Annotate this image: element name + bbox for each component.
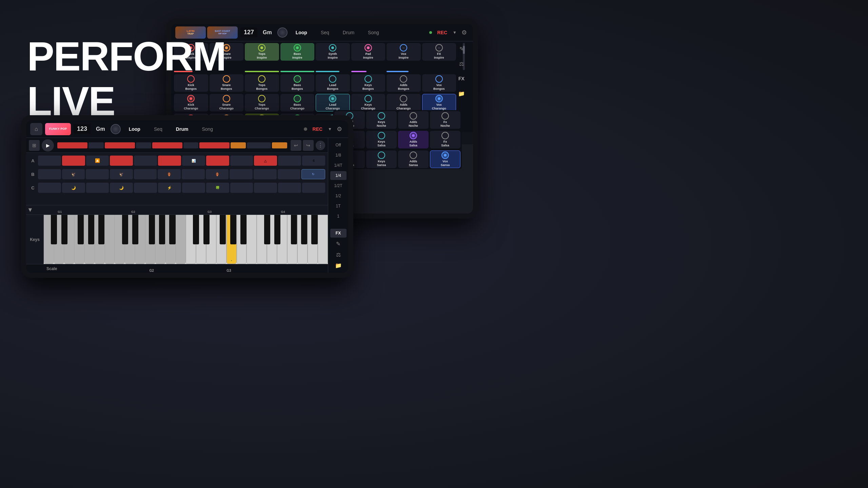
front-dropdown-chevron[interactable]: ▼ xyxy=(328,127,332,131)
q-1-2t[interactable]: 1/2T xyxy=(330,181,347,190)
redo-button[interactable]: ↪ xyxy=(303,140,314,151)
q-1t[interactable]: 1T xyxy=(330,202,347,210)
wk-5[interactable] xyxy=(84,215,95,264)
wk-13[interactable] xyxy=(165,215,176,264)
wk-23[interactable] xyxy=(267,215,277,264)
tempo-knob[interactable] xyxy=(277,27,288,38)
beat-b6[interactable]: 🏺 xyxy=(158,169,181,179)
keys-salsa[interactable]: KeysSalsa xyxy=(366,131,397,148)
wk-22[interactable] xyxy=(257,215,267,264)
mixer-side-icon[interactable]: ⚖ xyxy=(334,250,343,259)
beat-m1[interactable] xyxy=(57,142,87,148)
beat-m4[interactable] xyxy=(136,142,151,148)
q-1-4t[interactable]: 1/4T xyxy=(330,161,347,170)
wk-g3-highlight[interactable]: • xyxy=(226,215,237,264)
beat-c7[interactable] xyxy=(182,183,205,193)
fx-button[interactable]: FX xyxy=(330,229,347,238)
play-button[interactable]: ▶ xyxy=(42,139,54,151)
beat-m10[interactable] xyxy=(272,142,287,148)
synth-inspire-cell[interactable]: SynthInspire xyxy=(316,43,350,61)
beat-m9[interactable] xyxy=(247,142,271,148)
beat-a1[interactable] xyxy=(38,156,61,166)
bass-charango[interactable]: BassCharango xyxy=(280,94,315,111)
adds-salsa[interactable]: AddsSalsa xyxy=(398,131,429,148)
beat-a3[interactable]: 🔼 xyxy=(86,156,109,166)
tab-seq[interactable]: Seq xyxy=(315,28,335,37)
wk-14[interactable] xyxy=(176,215,186,264)
keys-bongos[interactable]: KeysBongos xyxy=(351,74,386,92)
beat-b8[interactable]: 🏺 xyxy=(206,169,229,179)
vox-sansa[interactable]: VoxSansa xyxy=(430,150,460,168)
folder-icon[interactable]: 📁 xyxy=(457,89,466,98)
wk-25[interactable] xyxy=(287,215,297,264)
front-tab-loop[interactable]: Loop xyxy=(123,125,146,133)
q-off[interactable]: Off xyxy=(330,141,347,149)
beat-b10[interactable] xyxy=(254,169,277,179)
beat-c9[interactable] xyxy=(230,183,253,193)
adds-sansa[interactable]: AddsSansa xyxy=(398,150,429,168)
wk-15[interactable] xyxy=(186,215,196,264)
beat-c3[interactable] xyxy=(86,183,109,193)
keys-sansa[interactable]: KeysSansa xyxy=(366,150,397,168)
beat-c6[interactable]: ⚡ xyxy=(158,183,181,193)
vox-inspire-cell[interactable]: ─ VoxInspire xyxy=(387,43,421,61)
bass-bongos[interactable]: BassBongos xyxy=(280,74,315,92)
wk-20[interactable] xyxy=(237,215,247,264)
vox-charango[interactable]: VoxCharango xyxy=(422,94,456,111)
lead-charango[interactable]: LeadCharango xyxy=(316,94,350,111)
grid-view-button[interactable]: ⊞ xyxy=(29,140,40,151)
adds-bongos[interactable]: AddsBongos xyxy=(387,74,421,92)
beat-a2[interactable] xyxy=(62,156,85,166)
beat-a9[interactable] xyxy=(230,156,253,166)
beat-a8[interactable] xyxy=(206,156,229,166)
fx-salsa[interactable]: FxSalsa xyxy=(430,131,460,148)
wk-10[interactable] xyxy=(135,215,145,264)
folder-side-icon[interactable]: 📁 xyxy=(334,261,343,270)
wk-18[interactable] xyxy=(216,215,226,264)
wk-4[interactable] xyxy=(74,215,84,264)
pad-inspire-cell[interactable]: PadInspire xyxy=(351,43,386,61)
beat-c12[interactable] xyxy=(302,183,325,193)
wk-9[interactable] xyxy=(125,215,135,264)
wk-28[interactable] xyxy=(318,215,328,264)
front-tempo-knob[interactable] xyxy=(111,124,121,134)
edit-icon[interactable]: ✎ xyxy=(457,44,466,54)
gear-icon[interactable]: ⚙ xyxy=(459,28,469,37)
wk-24[interactable] xyxy=(277,215,287,264)
beat-b9[interactable] xyxy=(230,169,253,179)
wk-27[interactable] xyxy=(308,215,318,264)
q-1-2[interactable]: 1/2 xyxy=(330,191,347,200)
wk-8[interactable] xyxy=(115,215,125,264)
beat-b5[interactable] xyxy=(134,169,157,179)
tab-drum[interactable]: Drum xyxy=(337,28,360,37)
beat-b11[interactable] xyxy=(278,169,301,179)
beat-c10[interactable] xyxy=(254,183,277,193)
beat-b12-active[interactable]: ↻ xyxy=(301,169,325,179)
wk-17[interactable] xyxy=(206,215,216,264)
adds-charango[interactable]: AddsCharango xyxy=(387,94,421,111)
beat-a12[interactable]: 4 xyxy=(302,156,325,166)
beat-c5[interactable] xyxy=(134,183,157,193)
wk-6[interactable] xyxy=(95,215,105,264)
beat-a10[interactable]: △ xyxy=(254,156,277,166)
tops-charango[interactable]: TopsCharango xyxy=(245,94,279,111)
beat-a4[interactable] xyxy=(110,156,133,166)
mixer-icon[interactable]: ⚖ xyxy=(457,59,466,68)
vox-bongos[interactable]: VoxBongos xyxy=(422,74,456,92)
q-1[interactable]: 1 xyxy=(330,212,347,221)
beat-b2[interactable]: 🦅 xyxy=(62,169,85,179)
beat-b7[interactable] xyxy=(182,169,205,179)
beat-a11[interactable] xyxy=(278,156,301,166)
wk-7[interactable] xyxy=(105,215,115,264)
fx-noche[interactable]: FxNoche xyxy=(430,111,460,129)
wk-16[interactable] xyxy=(196,215,206,264)
octave-control[interactable]: ▼ xyxy=(26,206,34,214)
wk-3[interactable] xyxy=(64,215,74,264)
fx-back-icon[interactable]: FX xyxy=(457,74,466,83)
lead-bongos[interactable]: LeadBongos xyxy=(316,74,350,92)
beat-a5[interactable] xyxy=(134,156,157,166)
beat-m5[interactable] xyxy=(152,142,182,148)
tab-song[interactable]: Song xyxy=(362,28,384,37)
edit-side-icon[interactable]: ✎ xyxy=(334,239,343,248)
home-button[interactable]: ⌂ xyxy=(30,123,42,135)
